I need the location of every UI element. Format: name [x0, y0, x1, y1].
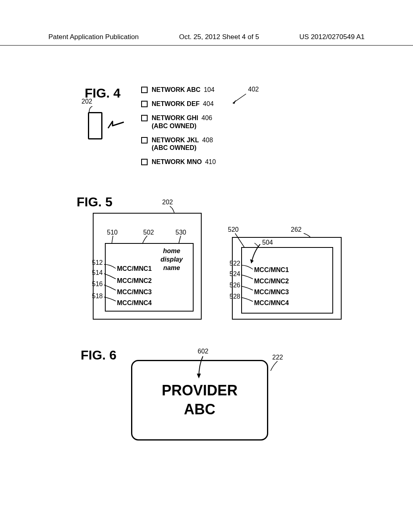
network-label: NETWORK DEF404: [152, 100, 214, 108]
ref-522: 522: [229, 260, 240, 267]
figure-4: FIG. 4 202 NETWORK ABC104 NETWORK DEF404…: [48, 86, 365, 183]
phone-icon: [88, 112, 102, 139]
header-center: Oct. 25, 2012 Sheet 4 of 5: [179, 33, 259, 41]
checkbox-icon: [141, 115, 148, 121]
ref-202: 202: [162, 199, 173, 206]
ref-408: 408: [202, 137, 213, 143]
header-right: US 2012/0270549 A1: [299, 33, 365, 41]
ref-516: 516: [92, 281, 103, 288]
leader-line-526: [240, 285, 254, 291]
network-label: NETWORK MNO410: [152, 158, 216, 166]
list-item: MCC/MNC3: [117, 289, 152, 296]
home-display-name-label: home display name: [161, 247, 183, 272]
ref-262: 262: [291, 226, 302, 233]
list-item: MCC/MNC4: [117, 299, 152, 307]
ref-406: 406: [202, 114, 213, 121]
ref-402: 402: [248, 86, 259, 93]
ref-504: 504: [262, 239, 273, 246]
ref-526: 526: [229, 282, 240, 289]
leader-line-522: [240, 264, 254, 270]
display-box: PROVIDER ABC: [131, 360, 268, 441]
list-item: MCC/MNC3: [254, 289, 289, 296]
checkbox-icon: [141, 137, 148, 143]
leader-line-518: [103, 296, 117, 302]
checkbox-icon: [141, 101, 148, 107]
network-item: NETWORK JKL408(ABC OWNED): [141, 136, 216, 152]
ref-404: 404: [203, 100, 214, 107]
ref-524: 524: [229, 270, 240, 278]
list-item: MCC/MNC1: [117, 265, 152, 272]
network-label: NETWORK GHI406(ABC OWNED): [152, 114, 212, 129]
provider-text: PROVIDER ABC: [162, 381, 238, 419]
ref-410: 410: [205, 158, 216, 165]
network-label: NETWORK JKL408(ABC OWNED): [152, 136, 213, 152]
signal-icon: [107, 120, 125, 130]
leader-line-402: [232, 92, 248, 104]
leader-line-504b: [254, 242, 260, 248]
fig5-label: FIG. 5: [77, 195, 113, 210]
leader-line-524: [240, 274, 254, 280]
leader-line-512: [103, 263, 117, 269]
ref-514: 514: [92, 269, 103, 276]
network-item: NETWORK DEF404: [141, 100, 216, 108]
network-item: NETWORK GHI406(ABC OWNED): [141, 114, 216, 129]
network-label: NETWORK ABC104: [152, 86, 215, 94]
ref-512: 512: [92, 259, 103, 266]
leader-line-202: [169, 206, 177, 214]
ref-202: 202: [81, 98, 92, 105]
fig6-label: FIG. 6: [81, 348, 117, 363]
list-item: MCC/MNC4: [254, 299, 289, 307]
list-item: MCC/MNC1: [254, 266, 289, 274]
list-item: MCC/MNC2: [254, 278, 289, 285]
network-list: NETWORK ABC104 NETWORK DEF404 NETWORK GH…: [141, 86, 216, 172]
ref-104: 104: [204, 86, 215, 93]
ref-518: 518: [92, 293, 103, 300]
ref-602: 602: [198, 348, 209, 355]
figure-5: FIG. 5 202 510 502 530 home display name…: [48, 195, 365, 336]
page-header: Patent Application Publication Oct. 25, …: [0, 0, 413, 46]
leader-line-516: [103, 284, 117, 291]
leader-line-528: [240, 296, 254, 302]
figure-6: FIG. 6 602 222 PROVIDER ABC: [48, 348, 365, 453]
network-item: NETWORK MNO410: [141, 158, 216, 166]
leader-line-222: [269, 360, 280, 372]
network-item: NETWORK ABC104: [141, 86, 216, 94]
header-left: Patent Application Publication: [48, 33, 139, 41]
ref-528: 528: [229, 293, 240, 300]
checkbox-icon: [141, 87, 148, 93]
checkbox-icon: [141, 159, 148, 165]
leader-line-514: [103, 272, 117, 280]
list-item: MCC/MNC2: [117, 277, 152, 285]
leader-line-520: [234, 232, 246, 248]
